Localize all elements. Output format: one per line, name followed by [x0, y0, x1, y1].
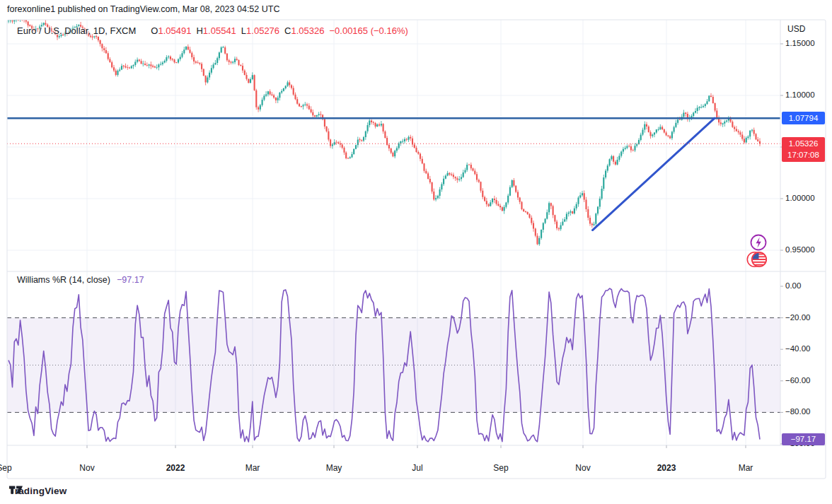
- trend-line: [593, 118, 715, 230]
- time-tick-label: Jul: [402, 463, 433, 473]
- time-tick-label: Sep: [485, 463, 516, 473]
- price-tick-label: 1.00000: [785, 194, 815, 202]
- publish-header: forexonline1 published on TradingView.co…: [7, 4, 279, 14]
- candles-layer: [8, 16, 760, 246]
- williams-r-badge: −97.17: [782, 433, 825, 445]
- time-tick-label: Mar: [730, 463, 761, 473]
- ohlc-open-value: 1.05491: [158, 25, 191, 36]
- ohlc-low-label: L: [241, 25, 246, 36]
- symbol-title[interactable]: Euro / U.S. Dollar, 1D, FXCM: [17, 25, 136, 36]
- bar-countdown: 17:07:08: [782, 149, 825, 160]
- chart-markers: [747, 235, 766, 267]
- tradingview-snapshot: forexonline1 published on TradingView.co…: [0, 0, 832, 504]
- time-tick-label: 2022: [160, 463, 191, 473]
- indicator-tick-label: −40.00: [785, 344, 811, 353]
- ohlc-low-value: 1.05276: [246, 25, 279, 36]
- williams-r-title[interactable]: Williams %R (14, close): [17, 275, 110, 285]
- williams-r-legend[interactable]: Williams %R (14, close)−97.17: [17, 275, 144, 285]
- ohlc-close-value: 1.05326: [291, 25, 324, 36]
- ohlc-high-value: 1.05541: [203, 25, 236, 36]
- indicator-tick-label: −80.00: [785, 407, 811, 416]
- time-tick-label: 2023: [651, 463, 682, 473]
- ohlc-open-label: O: [151, 25, 158, 36]
- ohlc-high-label: H: [196, 25, 202, 36]
- chart-canvas[interactable]: [0, 0, 832, 504]
- indicator-tick-label: −20.00: [785, 313, 811, 322]
- last-price-badge: 1.05326 17:07:08: [782, 137, 825, 162]
- tradingview-footer[interactable]: TradingView: [9, 486, 67, 496]
- time-tick-label: Mar: [237, 463, 268, 473]
- last-price-value: 1.05326: [782, 138, 825, 149]
- time-tick-label: May: [318, 463, 349, 473]
- price-tick-label: 0.95000: [785, 245, 815, 254]
- williams-r-value: −97.17: [117, 275, 144, 285]
- time-tick-label: Sep: [0, 463, 20, 473]
- price-tick-label: 1.10000: [785, 90, 815, 99]
- symbol-legend[interactable]: Euro / U.S. Dollar, 1D, FXCMO1.05491H1.0…: [17, 25, 408, 36]
- change-value: −0.00165 (−0.16%): [329, 25, 408, 36]
- time-tick-label: Nov: [71, 463, 103, 473]
- indicator-tick-label: 0.00: [785, 281, 801, 290]
- hline-price-badge: 1.07794: [782, 112, 825, 124]
- time-tick-label: Nov: [567, 463, 599, 473]
- price-axis-currency: USD: [787, 24, 805, 34]
- indicator-tick-label: −60.00: [785, 376, 811, 385]
- tradingview-logo-icon: [9, 486, 23, 494]
- price-tick-label: 1.15000: [785, 39, 815, 47]
